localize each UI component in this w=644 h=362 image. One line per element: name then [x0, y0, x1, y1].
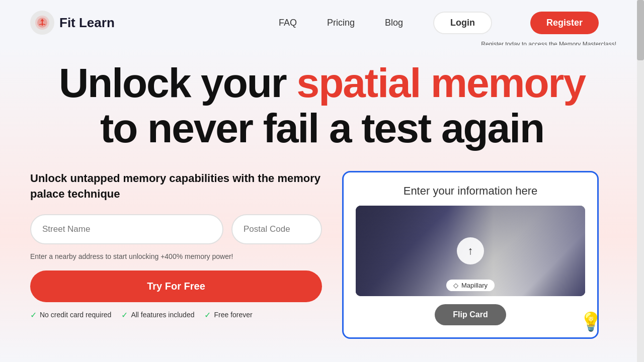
mapillary-icon: ◇ — [453, 282, 458, 289]
hero-section: Unlock your spatial memory to never fail… — [0, 45, 644, 362]
scrollbar[interactable] — [637, 0, 644, 362]
mapillary-badge: ◇ Mapillary — [446, 280, 495, 291]
register-button[interactable]: Register — [530, 12, 599, 34]
nav-blog[interactable]: Blog — [385, 18, 403, 28]
mapillary-label: Mapillary — [461, 282, 488, 289]
hero-heading: Unlock your spatial memory to never fail… — [30, 60, 614, 151]
feature-free-forever: ✓ Free forever — [204, 310, 252, 320]
card-title: Enter your information here — [356, 185, 585, 198]
upload-button[interactable]: ↑ — [457, 237, 484, 264]
login-button[interactable]: Login — [433, 12, 492, 34]
logo[interactable]: Fit Learn — [30, 11, 115, 35]
bottom-area: Unlock untapped memory capabilities with… — [30, 171, 614, 339]
check-icon-3: ✓ — [204, 310, 211, 320]
flip-card-button[interactable]: Flip Card — [435, 304, 506, 325]
postal-input[interactable] — [231, 214, 322, 244]
input-row — [30, 214, 322, 244]
logo-text: Fit Learn — [59, 15, 115, 31]
nav-links: FAQ Pricing Blog Login Register — [279, 12, 599, 34]
feature-label-2: All features included — [131, 311, 194, 319]
nav-faq[interactable]: FAQ — [279, 18, 297, 28]
check-icon-1: ✓ — [30, 310, 37, 320]
nav-pricing[interactable]: Pricing — [327, 18, 355, 28]
left-panel-subtitle: Unlock untapped memory capabilities with… — [30, 171, 322, 202]
feature-no-cc: ✓ No credit card required — [30, 310, 111, 320]
right-panel: Enter your information here ↑ ◇ Mapillar… — [342, 171, 599, 339]
helper-text: Enter a nearby address to start unlockin… — [30, 252, 322, 260]
feature-label-3: Free forever — [214, 311, 252, 319]
try-for-free-button[interactable]: Try For Free — [30, 270, 322, 302]
hero-heading-normal: Unlock your — [59, 60, 297, 106]
scrollbar-thumb[interactable] — [637, 0, 644, 60]
check-icon-2: ✓ — [121, 310, 128, 320]
upload-icon: ↑ — [468, 244, 473, 257]
street-input[interactable] — [30, 214, 223, 244]
logo-icon — [30, 11, 54, 35]
features-row: ✓ No credit card required ✓ All features… — [30, 310, 322, 320]
hero-heading-line2: to never fail a test again — [100, 105, 544, 151]
feature-label-1: No credit card required — [40, 311, 111, 319]
hero-heading-highlight: spatial memory — [297, 60, 586, 106]
map-image: ↑ ◇ Mapillary — [356, 206, 585, 296]
feature-all-features: ✓ All features included — [121, 310, 194, 320]
navbar: Fit Learn FAQ Pricing Blog Login Registe… — [0, 0, 644, 45]
left-panel: Unlock untapped memory capabilities with… — [30, 171, 322, 320]
lightbulb-icon: 💡 — [580, 311, 602, 332]
